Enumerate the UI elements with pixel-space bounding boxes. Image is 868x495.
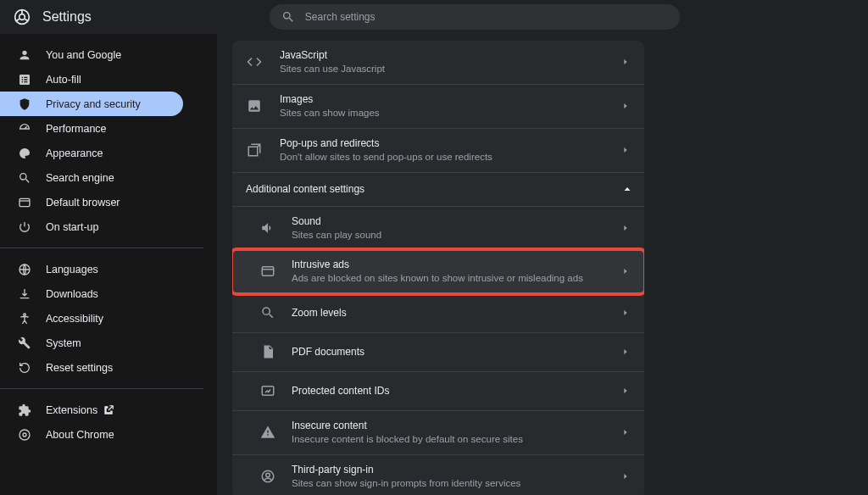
- row-title: Third-party sign-in: [292, 464, 619, 476]
- svg-point-6: [23, 433, 26, 437]
- sidebar-item-you-and-google[interactable]: You and Google: [0, 42, 183, 67]
- search-icon: [17, 170, 32, 186]
- sound-icon: [259, 220, 276, 236]
- svg-point-1: [19, 14, 25, 19]
- content-settings-card: JavaScript Sites can use Javascript Imag…: [232, 41, 644, 495]
- sidebar-item-on-startup[interactable]: On start-up: [0, 214, 183, 239]
- autofill-icon: [17, 72, 32, 87]
- chevron-right-icon: [619, 264, 632, 278]
- row-javascript[interactable]: JavaScript Sites can use Javascript: [232, 41, 644, 84]
- sidebar-item-reset[interactable]: Reset settings: [0, 355, 183, 380]
- row-popups[interactable]: Pop-ups and redirects Don't allow sites …: [232, 128, 644, 172]
- account-circle-icon: [259, 468, 276, 485]
- zoom-icon: [259, 304, 276, 321]
- row-title: Pop-ups and redirects: [280, 137, 619, 149]
- row-protected-content[interactable]: Protected content IDs: [232, 371, 644, 410]
- external-link-icon: [103, 404, 114, 416]
- sidebar-item-label: Languages: [46, 264, 98, 275]
- sidebar-item-search-engine[interactable]: Search engine: [0, 165, 183, 190]
- page-title: Settings: [42, 9, 92, 25]
- row-third-party-signin[interactable]: Third-party sign-in Sites can show sign-…: [232, 454, 644, 495]
- wrench-icon: [17, 336, 32, 351]
- row-title: Images: [280, 93, 619, 105]
- download-icon: [17, 286, 32, 302]
- extension-icon: [17, 403, 32, 418]
- image-icon: [246, 97, 263, 114]
- sidebar-item-label: Auto-fill: [46, 74, 81, 86]
- chevron-right-icon: [619, 143, 632, 157]
- sidebar-item-privacy[interactable]: Privacy and security: [0, 92, 183, 116]
- sidebar-item-accessibility[interactable]: Accessibility: [0, 306, 183, 331]
- sidebar-item-label: System: [46, 337, 81, 349]
- chrome-outline-icon: [17, 427, 32, 442]
- row-title: Intrusive ads: [292, 259, 619, 270]
- search-icon: [281, 10, 295, 24]
- svg-rect-8: [262, 267, 274, 276]
- svg-point-11: [266, 473, 270, 477]
- section-title: Additional content settings: [246, 183, 622, 195]
- shield-icon: [17, 97, 32, 112]
- chevron-right-icon: [619, 221, 632, 235]
- sidebar-item-label: Appearance: [46, 147, 103, 159]
- browser-icon: [17, 195, 32, 210]
- sidebar-item-label: Extensions: [46, 404, 97, 416]
- divider: [0, 248, 203, 248]
- sidebar-item-downloads[interactable]: Downloads: [0, 281, 183, 306]
- chevron-right-icon: [619, 345, 632, 359]
- chevron-right-icon: [619, 425, 632, 439]
- search-input[interactable]: [305, 11, 668, 23]
- person-icon: [17, 47, 32, 63]
- sidebar-item-about[interactable]: About Chrome: [0, 422, 183, 447]
- chevron-right-icon: [619, 306, 632, 320]
- row-title: Insecure content: [292, 420, 619, 431]
- row-sound[interactable]: Sound Sites can play sound: [232, 206, 644, 250]
- sidebar-item-label: On start-up: [46, 221, 99, 233]
- warning-icon: [259, 424, 276, 441]
- additional-settings-header[interactable]: Additional content settings: [232, 172, 644, 206]
- content-area: JavaScript Sites can use Javascript Imag…: [217, 34, 868, 495]
- reset-icon: [17, 360, 32, 375]
- header: Settings: [0, 0, 868, 34]
- row-title: PDF documents: [292, 346, 619, 358]
- globe-icon: [17, 262, 32, 277]
- accessibility-icon: [17, 311, 32, 326]
- chevron-right-icon: [619, 99, 632, 113]
- row-images[interactable]: Images Sites can show images: [232, 84, 644, 128]
- sidebar-item-appearance[interactable]: Appearance: [0, 141, 183, 165]
- sidebar-item-default-browser[interactable]: Default browser: [0, 190, 183, 214]
- palette-icon: [17, 146, 32, 161]
- divider: [0, 388, 203, 389]
- speedometer-icon: [17, 121, 32, 136]
- sidebar-item-languages[interactable]: Languages: [0, 257, 183, 281]
- svg-rect-7: [248, 147, 258, 157]
- sidebar-item-label: Privacy and security: [46, 98, 141, 110]
- sidebar-item-extensions[interactable]: Extensions: [0, 398, 183, 422]
- search-box[interactable]: [270, 4, 680, 30]
- window-icon: [259, 263, 276, 280]
- row-subtitle: Sites can show images: [280, 107, 619, 120]
- chrome-logo-icon: [14, 8, 31, 25]
- row-subtitle: Ads are blocked on sites known to show i…: [292, 272, 619, 285]
- svg-point-5: [19, 430, 30, 440]
- row-title: Protected content IDs: [292, 385, 619, 397]
- row-subtitle: Sites can play sound: [292, 229, 619, 242]
- power-icon: [17, 220, 32, 235]
- protected-icon: [259, 382, 276, 399]
- sidebar-item-system[interactable]: System: [0, 331, 183, 355]
- pdf-icon: [259, 343, 276, 360]
- sidebar-item-autofill[interactable]: Auto-fill: [0, 67, 183, 92]
- code-icon: [246, 53, 263, 70]
- chevron-right-icon: [619, 470, 632, 483]
- row-title: Sound: [292, 215, 619, 227]
- row-pdf-documents[interactable]: PDF documents: [232, 332, 644, 371]
- row-title: JavaScript: [280, 49, 619, 61]
- row-subtitle: Insecure content is blocked by default o…: [292, 433, 619, 446]
- sidebar-item-label: Reset settings: [46, 362, 113, 374]
- sidebar-item-performance[interactable]: Performance: [0, 116, 183, 141]
- row-zoom-levels[interactable]: Zoom levels: [232, 293, 644, 332]
- sidebar-item-label: Accessibility: [46, 313, 103, 325]
- svg-point-4: [24, 314, 26, 316]
- row-intrusive-ads[interactable]: Intrusive ads Ads are blocked on sites k…: [232, 250, 644, 293]
- sidebar-item-label: About Chrome: [46, 429, 114, 441]
- row-insecure-content[interactable]: Insecure content Insecure content is blo…: [232, 410, 644, 454]
